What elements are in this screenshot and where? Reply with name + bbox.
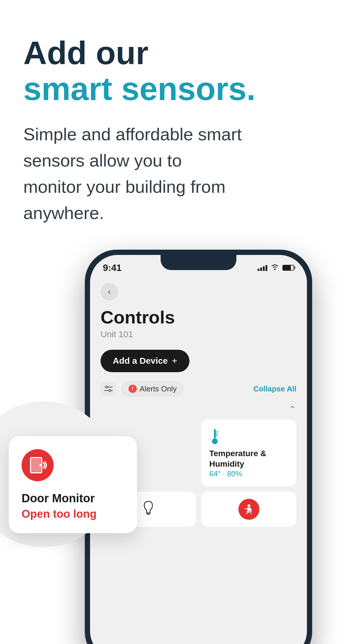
- chevron-up-icon[interactable]: ⌃: [289, 404, 296, 415]
- unit-label: Unit 101: [101, 329, 296, 339]
- alerts-only-label: Alerts Only: [140, 384, 177, 393]
- section-header: ⌃: [101, 404, 296, 415]
- svg-point-16: [247, 504, 250, 507]
- headline-add-text: Add our: [23, 35, 148, 71]
- signal-bar-3: [263, 266, 265, 271]
- add-device-button[interactable]: Add a Device +: [101, 350, 189, 372]
- filter-left: ! Alerts Only: [101, 381, 184, 397]
- add-device-label: Add a Device: [113, 356, 168, 366]
- door-monitor-status: Open too long: [22, 508, 124, 520]
- filter-sliders-button[interactable]: [101, 382, 116, 396]
- page-container: Add our smart sensors. Simple and afford…: [0, 0, 362, 644]
- door-monitor-title: Door Monitor: [22, 492, 124, 505]
- subtitle-text: Simple and affordable smart sensors allo…: [23, 121, 242, 226]
- signal-bar-2: [260, 267, 262, 271]
- svg-point-4: [274, 269, 276, 270]
- headline-line1: Add our: [23, 35, 339, 71]
- back-button[interactable]: ‹: [101, 283, 118, 300]
- headline-line2: smart sensors.: [23, 71, 339, 107]
- back-chevron-icon: ‹: [108, 288, 110, 296]
- svg-point-3: [39, 464, 42, 466]
- door-icon-circle: [22, 449, 54, 481]
- motion-person-icon: [243, 503, 255, 515]
- phone-wrapper: Door Monitor Open too long 9:41: [23, 250, 339, 644]
- alert-circle-icon: !: [129, 385, 137, 393]
- status-icons: [258, 264, 294, 272]
- thermometer-icon: [209, 428, 288, 446]
- add-device-plus-icon: +: [172, 356, 177, 366]
- door-monitor-icon: [28, 455, 48, 475]
- svg-rect-2: [32, 459, 41, 472]
- headline-smart-text: smart sensors.: [23, 71, 256, 107]
- page-title: Controls: [101, 307, 296, 327]
- light-bulb-icon: [142, 500, 155, 519]
- svg-point-10: [212, 438, 218, 444]
- door-monitor-card: Door Monitor Open too long: [9, 436, 137, 533]
- wifi-icon: [271, 264, 279, 272]
- signal-bars-icon: [258, 265, 267, 271]
- battery-fill: [283, 265, 291, 270]
- collapse-all-button[interactable]: Collapse All: [253, 384, 296, 393]
- status-time: 9:41: [103, 262, 122, 273]
- sliders-icon: [104, 385, 113, 392]
- headline-section: Add our smart sensors. Simple and afford…: [23, 35, 339, 226]
- signal-bar-1: [258, 269, 259, 271]
- filter-row: ! Alerts Only Collapse All: [101, 381, 296, 397]
- temp-humidity-title: Temperature &Humidity: [209, 448, 288, 470]
- signal-bar-4: [266, 265, 267, 271]
- temp-humidity-card[interactable]: Temperature &Humidity 64° · 80%: [201, 420, 296, 487]
- motion-icon-circle: [238, 499, 259, 520]
- phone-notch: [161, 255, 236, 270]
- svg-point-6: [106, 386, 108, 388]
- motion-sensor-card[interactable]: [201, 492, 296, 527]
- svg-point-8: [109, 390, 111, 392]
- battery-icon: [282, 265, 294, 271]
- alerts-only-button[interactable]: ! Alerts Only: [121, 381, 184, 397]
- temp-humidity-value: 64° · 80%: [209, 469, 288, 478]
